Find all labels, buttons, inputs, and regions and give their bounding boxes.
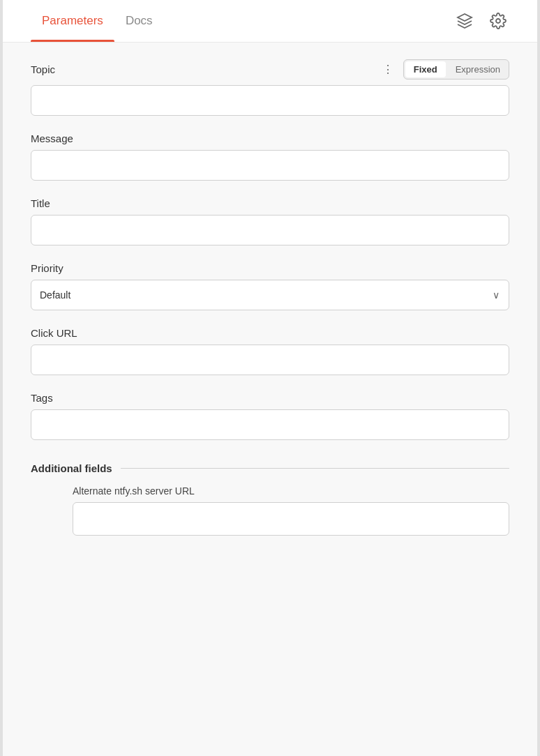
topic-input[interactable] bbox=[31, 85, 509, 116]
topic-label-controls: ⋮ Fixed Expression bbox=[378, 59, 509, 80]
title-field-group: Title bbox=[31, 197, 509, 245]
alternate-server-label: Alternate ntfy.sh server URL bbox=[73, 485, 509, 497]
tab-icons bbox=[453, 10, 509, 32]
main-content: Topic ⋮ Fixed Expression Message Tit bbox=[3, 43, 537, 756]
app-container: Parameters Docs Topic bbox=[0, 0, 540, 756]
title-field-label-row: Title bbox=[31, 197, 509, 209]
topic-dots-menu[interactable]: ⋮ bbox=[378, 61, 398, 77]
topic-field-group: Topic ⋮ Fixed Expression bbox=[31, 59, 509, 116]
priority-select[interactable]: Default Max High Low Min bbox=[31, 280, 509, 310]
alternate-server-field-group: Alternate ntfy.sh server URL bbox=[73, 485, 509, 536]
priority-field-label-row: Priority bbox=[31, 262, 509, 274]
click-url-input[interactable] bbox=[31, 345, 509, 375]
tab-docs[interactable]: Docs bbox=[114, 0, 164, 42]
priority-field-group: Priority Default Max High Low Min ∨ bbox=[31, 262, 509, 310]
priority-select-wrapper: Default Max High Low Min ∨ bbox=[31, 280, 509, 310]
tags-field-group: Tags bbox=[31, 392, 509, 440]
additional-fields-divider bbox=[121, 468, 509, 469]
topic-toggle-group: Fixed Expression bbox=[403, 59, 509, 80]
tab-parameters[interactable]: Parameters bbox=[31, 0, 114, 42]
additional-fields-header: Additional fields bbox=[31, 462, 509, 474]
tags-label: Tags bbox=[31, 392, 53, 404]
additional-fields-section: Additional fields Alternate ntfy.sh serv… bbox=[31, 462, 509, 550]
click-url-field-group: Click URL bbox=[31, 327, 509, 375]
tab-header: Parameters Docs bbox=[3, 0, 537, 43]
alternate-server-input[interactable] bbox=[73, 502, 509, 536]
additional-fields-title: Additional fields bbox=[31, 462, 112, 474]
topic-field-label-row: Topic ⋮ Fixed Expression bbox=[31, 59, 509, 80]
click-url-label: Click URL bbox=[31, 327, 77, 339]
cube-icon[interactable] bbox=[453, 10, 476, 32]
message-field-label-row: Message bbox=[31, 133, 509, 144]
message-label: Message bbox=[31, 133, 73, 144]
gear-icon[interactable] bbox=[487, 10, 509, 32]
tags-field-label-row: Tags bbox=[31, 392, 509, 404]
click-url-field-label-row: Click URL bbox=[31, 327, 509, 339]
tags-input[interactable] bbox=[31, 409, 509, 440]
message-input[interactable] bbox=[31, 150, 509, 181]
topic-label: Topic bbox=[31, 63, 55, 75]
topic-fixed-toggle[interactable]: Fixed bbox=[405, 61, 446, 77]
priority-label: Priority bbox=[31, 262, 63, 274]
topic-expression-toggle[interactable]: Expression bbox=[447, 60, 509, 79]
message-field-group: Message bbox=[31, 133, 509, 181]
title-input[interactable] bbox=[31, 215, 509, 245]
svg-point-0 bbox=[496, 19, 500, 23]
title-label: Title bbox=[31, 197, 50, 209]
